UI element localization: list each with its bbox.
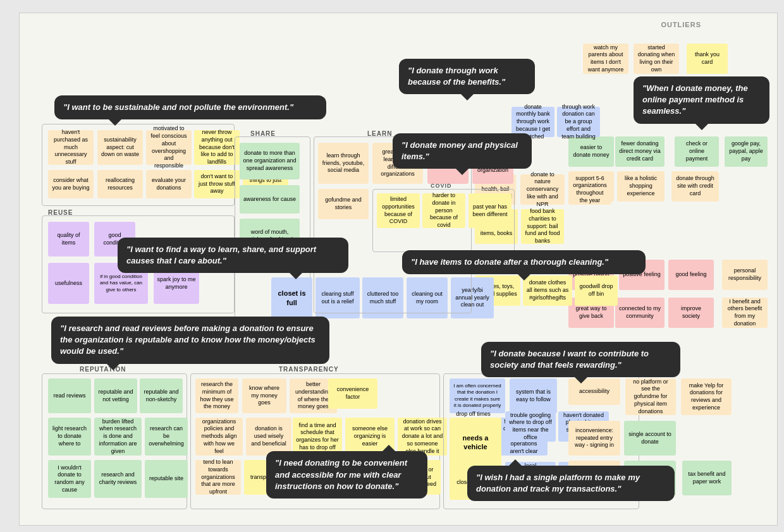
sticky-sustainability: sustainability aspect: cut down on waste bbox=[97, 130, 143, 165]
sticky-reputable-site: reputable site bbox=[145, 460, 188, 498]
bubble-single-platform: "I wish I had a single platform to make … bbox=[467, 466, 675, 501]
sticky-org-policies: organizations policies and methods align… bbox=[195, 418, 243, 456]
bubble-contribute-society: "I donate because I want to contribute t… bbox=[481, 342, 680, 377]
bubble-learn-share: "I want to find a way to learn, share, a… bbox=[118, 238, 348, 273]
sticky-usefulness: usefulness bbox=[48, 263, 89, 304]
transparency-label: TRANSPARENCY bbox=[279, 366, 339, 373]
sticky-research-can: research can be overwhelming bbox=[145, 418, 188, 456]
sticky-make-yelp: make Yelp for donations for reviews and … bbox=[681, 378, 732, 415]
sticky-consider: consider what you are buying bbox=[48, 170, 94, 198]
sticky-research-charity: research and charity reviews bbox=[94, 460, 142, 498]
sticky-read-reviews: read reviews bbox=[48, 378, 91, 413]
share-label: SHARE bbox=[250, 130, 276, 137]
sticky-inconvenience: inconvenience: repeated entry way - sign… bbox=[568, 421, 620, 456]
sticky-donate-credit: donate through site with credit card bbox=[671, 171, 719, 202]
sticky-tax-benefit: tax benefit and paper work bbox=[682, 461, 732, 495]
bubble-donate-money-items: "I donate money and physical items." bbox=[393, 133, 532, 169]
sticky-trouble-googling: trouble googling where to drop off items… bbox=[505, 411, 556, 442]
sticky-evaluate: evaluate your donations bbox=[146, 170, 192, 198]
sticky-learn-friends: learn through friends, youtube, social m… bbox=[318, 143, 369, 184]
bubble-online-payment: "When I donate money, the online payment… bbox=[634, 76, 769, 124]
sticky-check-online: check or online payment bbox=[675, 136, 719, 167]
sticky-never-throw: never throw anything out because don't l… bbox=[194, 130, 240, 165]
sticky-food-bank-charities: food bank charities to support: bail fun… bbox=[521, 209, 564, 244]
sticky-research-minimum: research the minimum of how they use the… bbox=[195, 378, 238, 413]
sticky-find-time: find a time and schedule that organizes … bbox=[293, 418, 342, 456]
sticky-fewer-donating: fewer donating direct money via credit c… bbox=[615, 136, 665, 167]
sticky-tend-to-lean: tend to lean towards organizations that … bbox=[195, 460, 241, 495]
bubble-items-cleaning: "I have items to donate after a thorough… bbox=[402, 250, 646, 274]
sticky-havent-purchased: haven't purchased as much unnecessary st… bbox=[48, 130, 94, 165]
sticky-google-pay: google pay, paypal, apple pay bbox=[725, 136, 768, 167]
sticky-convenience: convenience factor bbox=[328, 378, 377, 409]
sticky-nature-conservancy: donate to nature conservancy like with a… bbox=[520, 174, 565, 205]
sticky-personal-responsibility: personal responsibility bbox=[722, 260, 768, 290]
sticky-burden-lifted: burden lifted when research is done and … bbox=[94, 418, 142, 456]
sticky-awareness: awareness for cause bbox=[240, 185, 300, 214]
sticky-donate-multiple-orgs: donate to more than one organization and… bbox=[240, 143, 300, 179]
learn-label: LEARN bbox=[367, 130, 392, 137]
sticky-system-easy: system that is easy to follow bbox=[510, 378, 557, 413]
bubble-donate-work: "I donate through work because of the be… bbox=[399, 59, 535, 94]
bubble-research-reviews: "I research and read reviews before maki… bbox=[51, 317, 329, 364]
sticky-donation-used-wisely: donation is used wisely and beneficial bbox=[246, 418, 291, 456]
sticky-goodwill: goodwill drop off bin bbox=[575, 275, 618, 306]
outliers-label: OUTLIERS bbox=[661, 21, 701, 28]
sticky-support-orgs: support 5-6 organizations throughout the… bbox=[568, 174, 611, 205]
sticky-harder-donate: harder to donate in person because of co… bbox=[422, 193, 465, 228]
sticky-started-donating: started donating when living on their ow… bbox=[634, 44, 679, 74]
sticky-needs-vehicle: needs a vehicle bbox=[450, 418, 501, 467]
sticky-good-feeling: good feeling bbox=[668, 260, 714, 290]
sticky-limited-covid: limited opportunities because of COVID bbox=[377, 193, 420, 228]
bubble-convenient-accessible: "I need donating to be convenient and ac… bbox=[266, 451, 427, 499]
sticky-thank-you-card: thank you card bbox=[687, 44, 728, 74]
sticky-reputable: reputable and not vetting bbox=[94, 378, 137, 413]
reuse-label: REUSE bbox=[48, 209, 73, 216]
sticky-reallocating: reallocating resources bbox=[97, 170, 143, 198]
sticky-past-year: past year has been different bbox=[469, 193, 511, 228]
sticky-watch-parents: watch my parents about items I don't wan… bbox=[583, 44, 628, 74]
sticky-group-effort: through work donation can be a group eff… bbox=[557, 107, 600, 137]
bubble-sustainable: "I want to be sustainable and not pollut… bbox=[54, 95, 326, 119]
sticky-single-account: single account to donate bbox=[624, 421, 676, 456]
sticky-connected-community: connected to my community bbox=[615, 298, 665, 328]
sticky-know-where-money: know where my money goes bbox=[242, 378, 286, 413]
main-canvas: OUTLIERS watch my parents about items I … bbox=[19, 13, 778, 526]
sticky-improve-society: improve society bbox=[668, 298, 714, 328]
sticky-gofundme: gofundme and stories bbox=[318, 189, 369, 219]
covid-label: COVID bbox=[431, 183, 452, 189]
sticky-wouldnt-donate: I wouldn't donate to random any cause bbox=[48, 460, 91, 498]
sticky-no-platform: no platform or see the gofundme for phys… bbox=[625, 378, 676, 415]
sticky-quality-items: quality of items bbox=[48, 222, 89, 257]
sticky-donate-monthly: donate monthly bank through work because… bbox=[511, 107, 554, 137]
sticky-benefit-others: I benefit and others benefit from my don… bbox=[722, 298, 768, 328]
sticky-donate-clothes: donate clothes all items such as #girlso… bbox=[523, 275, 572, 306]
sticky-light-research: light research to donate where to bbox=[48, 418, 91, 456]
sticky-concerned-donated: I am often concerned that the donation I… bbox=[450, 378, 505, 413]
sticky-dont-want: don't want to just throw stuff away bbox=[194, 170, 240, 198]
sticky-holistic-shopping: like a holistic shopping experience bbox=[617, 171, 665, 202]
sticky-easier-donate: easier to donate money bbox=[568, 136, 614, 167]
sticky-motivated: motivated to feel conscious about oversh… bbox=[146, 130, 192, 165]
sticky-donation-drives: donation drives at work so can donate a … bbox=[398, 418, 447, 456]
sticky-reputable-non-sketchy: reputable and non-sketchy bbox=[140, 378, 183, 413]
